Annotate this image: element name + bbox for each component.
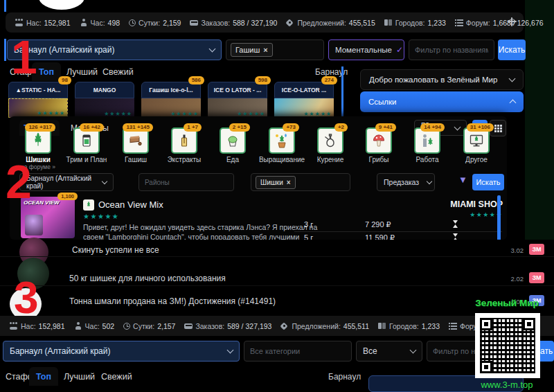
card-count-badge: 586	[188, 76, 204, 84]
sidebar-welcome-panel[interactable]: Добро пожаловать в Зелёный Мир	[360, 69, 524, 90]
qr-finder	[523, 318, 535, 330]
stat-day: Сутки:2,157	[123, 322, 175, 330]
category-count-badge: 9 +41	[375, 123, 396, 132]
listing-title[interactable]: Ocean View Mix	[98, 199, 163, 210]
search-tags-input-top[interactable]: Гашиш×	[226, 39, 324, 60]
annotation-step-3: 3	[14, 276, 39, 320]
bong-icon: +2	[317, 127, 343, 154]
chevron-down-icon	[227, 347, 234, 354]
tab-top-bottom[interactable]: Топ	[29, 367, 58, 386]
users-icon	[10, 322, 18, 330]
card-image: ★★★★★	[8, 98, 68, 118]
card-rating-stars: ★★★★★	[37, 110, 65, 116]
category-count-badge: +73	[283, 123, 299, 132]
preorder-select[interactable]: Предзаказ	[377, 173, 435, 191]
city-select-top[interactable]: Барнаул (Алтайский край)	[7, 39, 222, 60]
card-image: ★★★★★	[274, 98, 334, 118]
cards-scroll-indicator[interactable]	[341, 66, 343, 116]
feed-message[interactable]: Тонна шмали продана на ЗМ!) Достижения (…	[69, 296, 276, 306]
feed-message[interactable]: Скинуть успели не все	[72, 245, 159, 255]
product-card[interactable]: 274 ICE-O-LATOR ... ★★★★★	[274, 82, 334, 118]
category-count-badge: 2 +15	[229, 123, 250, 132]
category-smoking[interactable]: +2 Курение	[306, 127, 355, 163]
product-card[interactable]: MANGO ★★★★★	[75, 82, 134, 118]
gear-icon[interactable]	[509, 19, 515, 25]
zm-badge: ЗМ	[529, 244, 544, 255]
feed-message[interactable]: 50 кг шишек для личного использования	[69, 274, 226, 283]
category-food[interactable]: 2 +15 Еда	[208, 127, 257, 163]
product-card[interactable]: 98 ▲STATIC - HA... ★★★★★	[8, 82, 68, 118]
name-filter-input-top[interactable]	[409, 39, 494, 60]
check-icon: ✓	[396, 45, 403, 55]
monitor-icon: 31 +106	[463, 127, 490, 154]
stat-orders: Заказов:588 / 327,190	[190, 19, 277, 27]
orders-icon	[190, 20, 198, 26]
remove-tag-icon[interactable]: ×	[287, 177, 291, 188]
top-stats-bar: Нас:152,981 Час:498 Сутки:2,159 Заказов:…	[6, 12, 524, 33]
message-time: 2.02	[506, 275, 524, 283]
feed-layer: Скинуть успели не все 3.02 ЗМ 50 кг шише…	[0, 240, 554, 392]
stat-users: Нас:152,981	[10, 322, 65, 330]
category-extracts[interactable]: 1 +7 Экстракты	[160, 127, 208, 163]
remove-tag-icon[interactable]: ×	[263, 44, 267, 56]
price-value: 7 290 ₽	[365, 220, 391, 229]
price-qty: 3 г	[304, 220, 313, 229]
shop-name[interactable]: MIAMI SHOP	[314, 199, 503, 209]
category-count-badge: 16 +42	[80, 123, 104, 132]
category-mushrooms[interactable]: 9 +41 Грибы	[355, 127, 403, 163]
message-time: 3.02	[506, 247, 524, 254]
category-count-badge: 31 +106	[467, 123, 494, 132]
tab-fresh-bottom[interactable]: Свежий	[101, 372, 132, 382]
category-growing[interactable]: +73 Выращивание	[258, 127, 306, 163]
forum-icon	[455, 19, 463, 26]
card-count-badge: 598	[255, 76, 271, 84]
categories-input-bottom[interactable]	[244, 341, 352, 362]
search-button-top[interactable]: Искать	[498, 39, 526, 60]
tab-best-top[interactable]: Лучший	[66, 67, 98, 77]
card-image: ★★★★★	[208, 98, 267, 118]
tab-fresh-top[interactable]: Свежий	[102, 67, 134, 77]
city-select-market[interactable]: Барнаул (Алтайский край)	[19, 173, 114, 191]
category-trim[interactable]: 16 +42 Трим и План	[62, 127, 111, 163]
category-other[interactable]: 31 +106 Другое	[452, 127, 501, 163]
tag-chip[interactable]: Шишки×	[256, 176, 296, 189]
divider	[0, 256, 554, 257]
cities-icon	[378, 322, 386, 330]
price-row[interactable]: 3 г 7 290 ₽	[294, 219, 502, 232]
hash-brick-icon: 131 +145	[123, 127, 149, 154]
stat-orders: Заказов:589 / 327,193	[184, 322, 271, 330]
search-tags-input-market[interactable]: Шишки×	[251, 173, 350, 191]
scrollbar[interactable]	[497, 195, 501, 241]
card-count-badge: 274	[321, 76, 337, 84]
person-icon	[80, 19, 88, 26]
edge-accent	[4, 0, 6, 12]
tag-chip[interactable]: Гашиш×	[231, 43, 273, 57]
product-card[interactable]: 598 ICE O LATOR - ... ★★★★★	[208, 82, 267, 118]
shop-rating-stars: ★★★★★	[314, 211, 503, 218]
chevron-down-icon	[410, 347, 417, 354]
clock-icon	[129, 19, 136, 26]
forum-icon	[449, 322, 457, 330]
tab-best-bottom[interactable]: Лучший	[64, 372, 95, 382]
category-hash[interactable]: 131 +145 Гашиш	[111, 127, 160, 163]
card-title: MANGO	[75, 82, 134, 98]
search-button-market[interactable]: Искать	[472, 174, 504, 190]
listing-count-badge: 1,100	[57, 193, 78, 200]
filter-funnel-icon[interactable]: ▼	[458, 175, 467, 185]
category-work[interactable]: 14 +94 Работа	[403, 127, 452, 163]
all-select-bottom[interactable]: Все	[356, 341, 422, 362]
districts-input[interactable]	[138, 173, 234, 191]
category-count-badge: 14 +94	[420, 123, 445, 132]
chevron-up-icon	[510, 100, 517, 107]
city-select-bottom[interactable]: Барнаул (Алтайский край)	[3, 341, 240, 362]
type-select-top[interactable]: Моментальные ✓	[328, 39, 404, 60]
screen: Нас:152,981 Час:498 Сутки:2,159 Заказов:…	[0, 0, 554, 392]
listing-leaf-icon	[83, 199, 94, 211]
sidebar-links-panel[interactable]: Ссылки	[360, 91, 524, 112]
stat-cities: Городов:1,233	[378, 322, 440, 330]
qr-title: Зеленый Мир	[470, 298, 544, 308]
orders-icon	[184, 323, 193, 329]
product-card[interactable]: 586 Гашиш Ice-o-l... ★★★★★	[141, 82, 201, 118]
card-image: ★★★★★	[75, 98, 134, 118]
chevron-down-icon	[209, 46, 216, 53]
